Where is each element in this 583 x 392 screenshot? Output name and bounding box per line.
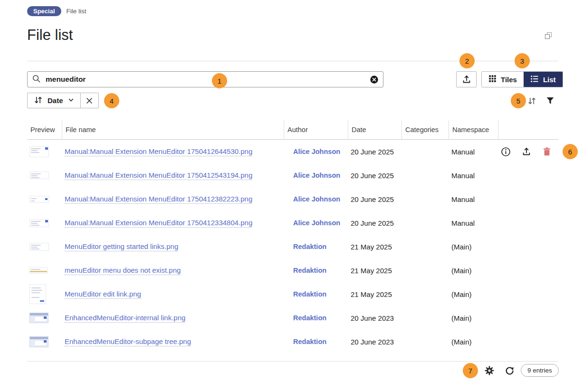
table-row: EnhancedMenuEditor-internal link.pngReda… xyxy=(27,306,558,330)
breadcrumb: Special File list xyxy=(27,6,86,16)
column-header-categories: Categories xyxy=(401,120,449,139)
author-link[interactable]: Redaktion xyxy=(293,290,326,298)
settings-button[interactable] xyxy=(484,365,495,376)
table-row: MenuEditor edit link.pngRedaktion21 May … xyxy=(27,282,558,306)
file-name-link[interactable]: menuEditor menu does not exist.png xyxy=(65,266,181,275)
author-link[interactable]: Alice Johnson xyxy=(293,172,340,179)
table-row: Manual:Manual Extension MenuEditor 17504… xyxy=(27,163,558,187)
file-name-cell: Manual:Manual Extension MenuEditor 17504… xyxy=(62,171,284,180)
file-name-link[interactable]: Manual:Manual Extension MenuEditor 17504… xyxy=(65,195,252,204)
author-link[interactable]: Redaktion xyxy=(293,267,326,274)
file-thumbnail[interactable] xyxy=(29,172,49,179)
search-input[interactable] xyxy=(45,75,365,84)
author-cell: Redaktion xyxy=(284,290,348,298)
sort-arrows-icon xyxy=(33,95,43,106)
row-actions xyxy=(498,147,558,157)
date-cell: 20 June 2023 xyxy=(348,314,401,322)
column-header-namespace: Namespace xyxy=(449,120,498,139)
file-thumbnail[interactable] xyxy=(29,243,49,251)
tiles-view-button[interactable]: Tiles xyxy=(482,72,524,87)
file-thumbnail[interactable] xyxy=(29,267,48,274)
file-thumbnail[interactable] xyxy=(29,313,48,323)
author-cell: Alice Johnson xyxy=(284,171,348,180)
preview-cell xyxy=(27,313,62,323)
info-button[interactable] xyxy=(501,147,511,157)
export-button[interactable] xyxy=(521,147,531,157)
file-name-cell: Manual:Manual Extension MenuEditor 17504… xyxy=(62,219,284,227)
table-row: Manual:Manual Extension MenuEditor 17504… xyxy=(27,140,558,163)
file-name-cell: Manual:Manual Extension MenuEditor 17504… xyxy=(62,195,284,203)
sort-field-dropdown[interactable]: Date xyxy=(28,93,80,108)
date-cell: 20 June 2025 xyxy=(348,195,401,203)
page-title: File list xyxy=(27,27,73,44)
sort-order-button[interactable] xyxy=(526,95,537,106)
date-cell: 20 June 2025 xyxy=(348,219,401,227)
author-link[interactable]: Alice Johnson xyxy=(293,148,340,155)
file-name-link[interactable]: MenuEditor getting started links.png xyxy=(65,242,178,251)
annotation-marker-2: 2 xyxy=(459,53,475,68)
date-cell: 20 June 2025 xyxy=(348,172,401,180)
column-header-preview: Preview xyxy=(27,120,62,139)
author-link[interactable]: Alice Johnson xyxy=(293,195,340,203)
author-link[interactable]: Redaktion xyxy=(293,243,326,250)
author-cell: Redaktion xyxy=(284,242,348,251)
table-row: EnhancedMenuEditor-subpage tree.pngRedak… xyxy=(27,330,558,354)
date-cell: 21 May 2025 xyxy=(348,290,401,298)
list-view-button[interactable]: List xyxy=(524,72,563,87)
top-divider xyxy=(27,61,558,61)
file-thumbnail[interactable] xyxy=(29,146,49,157)
file-thumbnail[interactable] xyxy=(29,336,48,347)
annotation-marker-1: 1 xyxy=(212,73,227,88)
export-button[interactable] xyxy=(456,71,477,87)
remove-sort-button[interactable] xyxy=(80,93,98,108)
namespace-cell: Manual xyxy=(449,172,498,180)
author-cell: Alice Johnson xyxy=(284,219,348,227)
preview-cell xyxy=(27,284,62,304)
view-toggle: Tiles List xyxy=(481,71,563,87)
author-link[interactable]: Alice Johnson xyxy=(293,219,340,227)
filter-button[interactable] xyxy=(545,95,556,106)
table-row: MenuEditor getting started links.pngReda… xyxy=(27,235,558,258)
file-thumbnail[interactable] xyxy=(29,196,49,203)
file-name-link[interactable]: EnhancedMenuEditor-internal link.png xyxy=(65,314,185,323)
clear-search-button[interactable] xyxy=(369,75,379,84)
tiles-grid-icon xyxy=(488,75,497,84)
file-name-link[interactable]: Manual:Manual Extension MenuEditor 17504… xyxy=(65,219,252,228)
namespace-cell: Manual xyxy=(449,219,498,227)
file-name-cell: MenuEditor getting started links.png xyxy=(62,242,284,251)
file-name-link[interactable]: Manual:Manual Extension MenuEditor 17504… xyxy=(65,147,252,156)
author-cell: Alice Johnson xyxy=(284,195,348,203)
namespace-cell: (Main) xyxy=(449,267,498,275)
author-cell: Alice Johnson xyxy=(284,147,348,156)
author-cell: Redaktion xyxy=(284,314,348,322)
file-name-link[interactable]: MenuEditor edit link.png xyxy=(65,290,141,299)
author-link[interactable]: Redaktion xyxy=(293,338,326,345)
column-header-date: Date xyxy=(348,120,401,139)
column-header-author: Author xyxy=(284,120,348,139)
column-header-file-name: File name xyxy=(62,120,284,139)
author-cell: Redaktion xyxy=(284,337,348,346)
file-thumbnail[interactable] xyxy=(29,284,46,304)
author-link[interactable]: Redaktion xyxy=(293,314,326,322)
delete-button[interactable] xyxy=(542,147,552,157)
search-icon xyxy=(32,74,41,85)
file-name-cell: Manual:Manual Extension MenuEditor 17504… xyxy=(62,147,284,156)
namespace-cell: Manual xyxy=(449,195,498,203)
date-cell: 20 June 2025 xyxy=(348,148,401,156)
file-name-cell: MenuEditor edit link.png xyxy=(62,290,284,298)
file-thumbnail[interactable] xyxy=(29,219,49,227)
file-name-cell: EnhancedMenuEditor-subpage tree.png xyxy=(62,337,284,346)
expand-window-icon[interactable] xyxy=(545,32,552,39)
reload-button[interactable] xyxy=(504,365,515,376)
preview-cell xyxy=(27,219,62,227)
namespace-cell: Manual xyxy=(449,148,498,156)
file-name-link[interactable]: Manual:Manual Extension MenuEditor 17504… xyxy=(65,171,252,180)
file-name-link[interactable]: EnhancedMenuEditor-subpage tree.png xyxy=(65,337,191,346)
breadcrumb-badge[interactable]: Special xyxy=(27,6,61,16)
annotation-marker-7: 7 xyxy=(463,363,478,378)
file-table: Preview File name Author Date Categories… xyxy=(27,120,558,354)
namespace-cell: (Main) xyxy=(449,338,498,346)
preview-cell xyxy=(27,336,62,347)
bottom-divider xyxy=(27,361,558,362)
namespace-cell: (Main) xyxy=(449,243,498,251)
